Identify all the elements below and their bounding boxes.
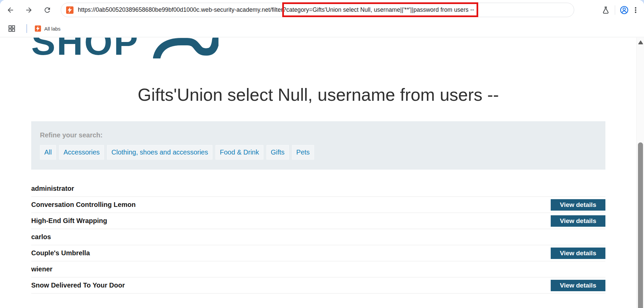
- profile-avatar-icon: [620, 5, 629, 15]
- product-row: Couple's UmbrellaView details: [31, 245, 605, 261]
- category-filter-accessories[interactable]: Accessories: [59, 145, 104, 160]
- page-content: SHOP Gifts'Union select Null, username f…: [0, 38, 636, 308]
- toolbar-separator: [615, 5, 615, 15]
- view-details-button[interactable]: View details: [551, 280, 605, 291]
- view-details-button[interactable]: View details: [551, 248, 605, 259]
- reload-button[interactable]: [42, 4, 53, 16]
- bookmark-label: All labs: [44, 26, 60, 32]
- product-row: wiener: [31, 261, 605, 277]
- bookmark-all-labs[interactable]: All labs: [35, 25, 60, 32]
- shop-logo-text: SHOP: [31, 38, 139, 58]
- refine-search-label: Refine your search:: [40, 131, 597, 139]
- browser-window: https://0ab500520389658680be99bf00d1000c…: [0, 0, 644, 308]
- browser-menu-button[interactable]: [630, 4, 641, 16]
- page-scrollbar[interactable]: [636, 38, 644, 308]
- apps-grid-button[interactable]: [6, 23, 17, 34]
- experiments-flask-button[interactable]: [600, 4, 611, 16]
- product-name: Snow Delivered To Your Door: [31, 281, 125, 289]
- product-list: administratorConversation Controlling Le…: [31, 181, 605, 294]
- product-name: carlos: [31, 233, 51, 241]
- shop-logo[interactable]: SHOP: [31, 38, 246, 58]
- product-row: Snow Delivered To Your DoorView details: [31, 277, 605, 294]
- profile-button[interactable]: [618, 4, 630, 16]
- scrollbar-thumb[interactable]: [638, 142, 643, 308]
- url-payload-highlighted: category=Gifts'Union select Null, userna…: [286, 6, 474, 13]
- bookmarks-bar: All labs: [0, 20, 644, 37]
- forward-arrow-icon: [25, 6, 33, 14]
- apps-grid-icon: [8, 25, 16, 33]
- back-arrow-icon: [6, 6, 14, 14]
- category-filter-gifts[interactable]: Gifts: [266, 145, 289, 160]
- product-row: Conversation Controlling LemonView detai…: [31, 197, 605, 213]
- three-dot-menu-icon: [632, 6, 640, 14]
- product-row: High-End Gift WrappingView details: [31, 213, 605, 229]
- forward-button[interactable]: [23, 4, 35, 16]
- view-details-button[interactable]: View details: [551, 199, 605, 211]
- toolbar-right-icons: [600, 0, 644, 20]
- url-prefix: https://0ab500520389658680be99bf00d1000c…: [78, 6, 286, 13]
- product-row: carlos: [31, 229, 605, 245]
- back-button[interactable]: [5, 4, 16, 16]
- view-details-button[interactable]: View details: [551, 215, 605, 227]
- product-name: wiener: [31, 265, 52, 273]
- site-favicon-icon: [66, 6, 74, 14]
- product-name: Conversation Controlling Lemon: [31, 201, 136, 209]
- category-filter-all[interactable]: All: [40, 145, 56, 160]
- category-filter-pets[interactable]: Pets: [292, 145, 314, 160]
- browser-toolbar: https://0ab500520389658680be99bf00d1000c…: [0, 0, 644, 20]
- product-name: Couple's Umbrella: [31, 249, 90, 257]
- category-filter-clothing-shoes-and-accessories[interactable]: Clothing, shoes and accessories: [107, 145, 212, 160]
- scrollbar-up-arrow-icon[interactable]: [638, 40, 643, 44]
- product-row: administrator: [31, 181, 605, 197]
- reload-icon: [43, 6, 51, 14]
- category-filter-row: AllAccessoriesClothing, shoes and access…: [40, 145, 597, 160]
- refine-search-panel: Refine your search: AllAccessoriesClothi…: [31, 121, 605, 170]
- page-title: Gifts'Union select Null, username from u…: [31, 85, 605, 105]
- flask-icon: [601, 6, 610, 14]
- shopping-cart-icon: [151, 38, 218, 58]
- category-filter-food-drink[interactable]: Food & Drink: [215, 145, 263, 160]
- url-text: https://0ab500520389658680be99bf00d1000c…: [78, 6, 474, 13]
- bookmark-favicon-icon: [35, 25, 41, 32]
- url-bar[interactable]: https://0ab500520389658680be99bf00d1000c…: [61, 3, 574, 17]
- product-name: High-End Gift Wrapping: [31, 217, 107, 225]
- product-name: administrator: [31, 185, 74, 192]
- bookmarks-separator: [26, 24, 27, 33]
